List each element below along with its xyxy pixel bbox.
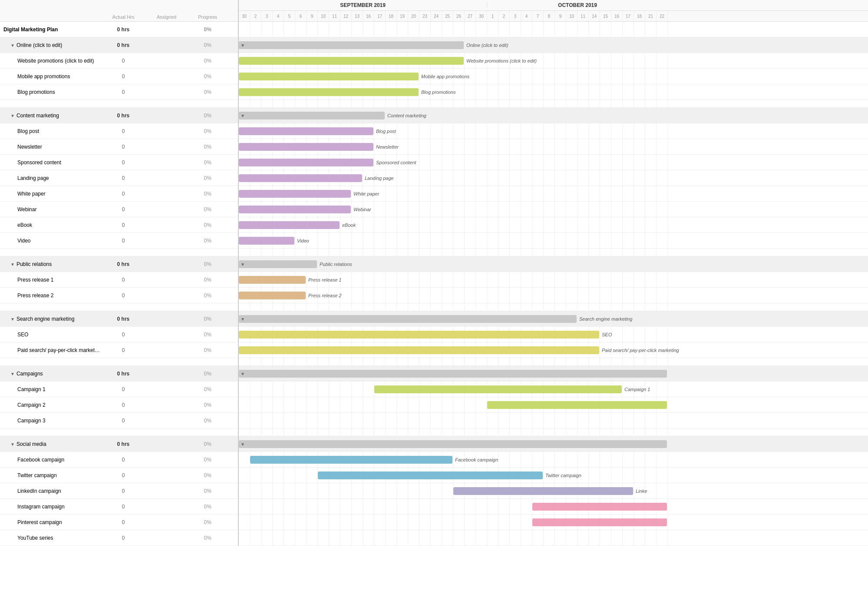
gantt-row-landing: Landing page [239,170,868,186]
task-row-paid[interactable]: Paid search/ pay-per-click marketing 0 0… [0,342,238,358]
task-assigned-video [143,239,191,242]
gantt-row-sponsored: Sponsored content [239,155,868,170]
task-list-panel: Actual Hrs Assigned Progress Digital Mar… [0,0,239,546]
task-progress-main: 0% [190,25,225,34]
task-name-campaigns: ▼Campaigns [0,369,104,379]
task-row-seo[interactable]: SEO 0 0% [0,327,238,342]
task-row-main[interactable]: Digital Marketing Plan 0 hrs 0% [0,22,238,37]
task-actual-seo: 0 [104,330,143,339]
task-row-spacer5 [0,428,238,436]
task-row-facebook[interactable]: Facebook campaign 0 0% [0,452,238,468]
task-progress-facebook: 0% [190,455,225,465]
task-name-camp1: Campaign 1 [0,385,104,394]
task-progress-ebook: 0% [190,220,225,230]
task-actual-landing: 0 [104,173,143,183]
task-row-blogpost[interactable]: Blog post 0 0% [0,123,238,139]
task-name-content: ▼Content marketing [0,111,104,120]
task-actual-blogpost: 0 [104,126,143,136]
gantt-row-pinterest [239,515,868,530]
task-actual-linkedin: 0 [104,486,143,496]
task-row-press2[interactable]: Press release 2 0 0% [0,288,238,303]
task-row-press1[interactable]: Press release 1 0 0% [0,272,238,288]
task-row-pinterest[interactable]: Pinterest campaign 0 0% [0,515,238,530]
task-row-landing[interactable]: Landing page 0 0% [0,170,238,186]
task-name-main: Digital Marketing Plan [0,25,104,34]
task-row-pr[interactable]: ▼Public relations 0 hrs 0% [0,256,238,272]
task-row-newsletter[interactable]: Newsletter 0 0% [0,139,238,155]
task-progress-video: 0% [190,236,225,246]
task-assigned-instagram [143,505,191,508]
task-row-youtube[interactable]: YouTube series 0 0% [0,530,238,546]
task-assigned-main [143,28,191,31]
task-progress-youtube: 0% [190,533,225,543]
task-assigned-pinterest [143,521,191,524]
task-actual-camp3: 0 [104,416,143,425]
task-progress-pr: 0% [190,259,225,269]
task-assigned-newsletter [143,145,191,149]
task-actual-mobile: 0 [104,72,143,81]
gantt-rows: Online (click to edit)▼Website promotion… [239,22,868,546]
task-row-instagram[interactable]: Instagram campaign 0 0% [0,499,238,515]
task-row-linkedin[interactable]: LinkedIn campaign 0 0% [0,483,238,499]
task-assigned-paid [143,349,191,352]
task-row-blog[interactable]: Blog promotions 0 0% [0,84,238,100]
gantt-row-blogpost: Blog post [239,123,868,139]
task-name-twitter: Twitter campaign [0,471,104,480]
task-row-spacer1 [0,100,238,108]
task-name-sem: ▼Search engine marketing [0,314,104,324]
task-row-sem[interactable]: ▼Search engine marketing 0 hrs 0% [0,311,238,327]
task-actual-press1: 0 [104,275,143,285]
task-actual-pinterest: 0 [104,518,143,527]
task-progress-blog: 0% [190,87,225,97]
task-assigned-camp3 [143,419,191,422]
task-row-camp2[interactable]: Campaign 2 0 0% [0,397,238,413]
task-row-online[interactable]: ▼Online (click to edit) 0 hrs 0% [0,37,238,53]
task-name-landing: Landing page [0,173,104,183]
gantt-row-instagram [239,499,868,515]
task-name-newsletter: Newsletter [0,142,104,152]
task-assigned-content [143,114,191,117]
gantt-row-webinar: Webinar [239,202,868,217]
task-rows: Digital Marketing Plan 0 hrs 0% ▼Online … [0,22,238,546]
task-row-mobile[interactable]: Mobile app promotions 0 0% [0,69,238,84]
gantt-row-website: Website promotions (click to edit) [239,53,868,69]
task-row-campaigns[interactable]: ▼Campaigns 0 hrs 0% [0,366,238,382]
task-assigned-ebook [143,223,191,227]
task-row-sponsored[interactable]: Sponsored content 0 0% [0,155,238,170]
task-name-sponsored: Sponsored content [0,158,104,167]
task-progress-camp3: 0% [190,416,225,425]
task-actual-newsletter: 0 [104,142,143,152]
task-row-ebook[interactable]: eBook 0 0% [0,217,238,233]
task-assigned-press2 [143,294,191,297]
gantt-panel: SEPTEMBER 2019 OCTOBER 2019 302345691011… [239,0,868,546]
task-assigned-press1 [143,278,191,282]
task-row-website[interactable]: Website promotions (click to edit) 0 0% [0,53,238,69]
gantt-header: SEPTEMBER 2019 OCTOBER 2019 302345691011… [239,0,868,22]
task-progress-sponsored: 0% [190,158,225,167]
task-actual-camp1: 0 [104,385,143,394]
task-row-camp3[interactable]: Campaign 3 0 0% [0,413,238,428]
task-row-video[interactable]: Video 0 0% [0,233,238,249]
task-row-content[interactable]: ▼Content marketing 0 hrs 0% [0,108,238,123]
task-actual-twitter: 0 [104,471,143,480]
task-row-social[interactable]: ▼Social media 0 hrs 0% [0,436,238,452]
gantt-row-video: Video [239,233,868,249]
gantt-row-spacer1 [239,100,868,108]
task-row-camp1[interactable]: Campaign 1 0 0% [0,382,238,397]
gantt-row-spacer2 [239,249,868,256]
gantt-row-spacer3 [239,303,868,311]
task-assigned-facebook [143,458,191,462]
task-row-whitepaper[interactable]: White paper 0 0% [0,186,238,202]
gantt-row-ebook: eBook [239,217,868,233]
gantt-row-whitepaper: White paper [239,186,868,202]
task-progress-webinar: 0% [190,205,225,214]
task-row-webinar[interactable]: Webinar 0 0% [0,202,238,217]
task-row-twitter[interactable]: Twitter campaign 0 0% [0,468,238,483]
gantt-row-main [239,22,868,37]
gantt-row-twitter: Twitter campaign [239,468,868,483]
task-name-website: Website promotions (click to edit) [0,56,104,66]
gantt-row-seo: SEO [239,327,868,342]
task-progress-instagram: 0% [190,502,225,511]
task-name-camp2: Campaign 2 [0,400,104,410]
task-actual-main: 0 hrs [104,25,143,34]
